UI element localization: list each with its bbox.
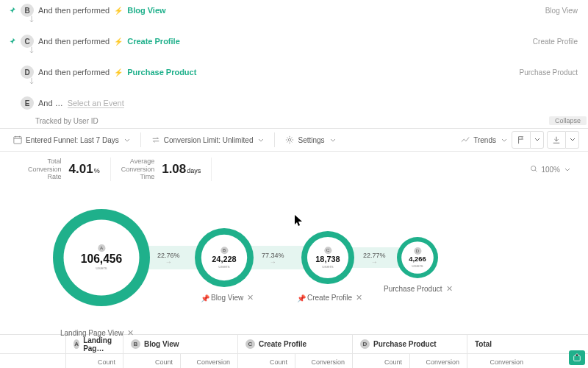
gear-icon <box>285 135 294 144</box>
node-inner: D4,266users <box>401 241 434 274</box>
step-prefix: And then performed <box>38 6 110 15</box>
close-icon[interactable]: ✕ <box>446 284 453 294</box>
step-event-blog[interactable]: Blog View <box>127 6 165 15</box>
chevron-down-icon <box>124 137 130 143</box>
arrow-right-icon: → <box>157 258 180 266</box>
stage-label: Landing Page View✕ <box>60 328 134 338</box>
step-right-label: Blog View <box>545 7 578 15</box>
trends-label: Trends <box>473 136 496 144</box>
close-icon[interactable]: ✕ <box>356 293 362 302</box>
close-icon[interactable]: ✕ <box>247 293 254 302</box>
node-sub: users <box>96 266 107 271</box>
settings-picker[interactable]: Settings <box>281 132 340 147</box>
conversion-limit-picker[interactable]: Conversion Limit: Unlimited <box>147 132 269 147</box>
svg-rect-3 <box>574 355 581 361</box>
funnel-table: ALanding Pag… BBlog View CCreate Profile… <box>0 334 588 368</box>
node-badge: A <box>98 244 105 252</box>
metric-conversion-time: AverageConversionTime 1.08days <box>111 158 212 180</box>
entered-label: Entered Funnel: Last 7 Days <box>26 136 119 144</box>
node-badge: B <box>220 247 228 254</box>
step-row-b[interactable]: B And then performed ⚡ Blog View Blog Vi… <box>9 0 578 21</box>
segment-label: 22.77%→ <box>363 252 386 266</box>
sub-count: Count <box>238 354 295 368</box>
help-badge[interactable] <box>569 350 585 365</box>
stage-name: Blog View <box>211 294 243 302</box>
trends-icon <box>461 135 470 144</box>
stage-label: 📌Blog View✕ <box>201 293 254 302</box>
node-value: 18,738 <box>315 255 340 263</box>
pin-icon: 📌 <box>201 294 207 301</box>
node-sub: users <box>322 263 333 269</box>
stage-label: 📌Create Profile✕ <box>297 293 362 302</box>
funnel-visualization: A106,456usersLanding Page View✕B24,228us… <box>0 187 588 334</box>
select-event-input[interactable]: Select an Event <box>68 99 124 108</box>
svg-rect-0 <box>14 137 21 144</box>
swap-icon <box>151 135 160 144</box>
download-dropdown[interactable] <box>566 131 579 149</box>
flag-button[interactable] <box>512 131 531 149</box>
collapse-button[interactable]: Collapse <box>549 116 587 125</box>
search-icon <box>530 165 538 174</box>
stage-label: Purchase Product✕ <box>384 284 453 294</box>
sub-count: Count <box>66 354 123 368</box>
step-badge-e: E <box>21 96 34 110</box>
sub-conv: Conversion <box>295 354 353 368</box>
metric-value: 1.08days <box>162 162 201 177</box>
svg-point-2 <box>531 166 536 170</box>
node-badge: D <box>414 247 421 255</box>
node-sub: users <box>218 263 229 269</box>
sub-conv: Conversion <box>410 354 467 368</box>
chevron-down-icon <box>564 166 570 172</box>
node-inner: B24,228users <box>201 235 247 280</box>
sub-count: Count <box>123 354 181 368</box>
funnel-node-a[interactable]: A106,456users <box>53 209 150 306</box>
chevron-down-icon <box>501 137 507 143</box>
node-sub: users <box>412 263 423 268</box>
step-prefix: And then performed <box>38 68 110 77</box>
step-row-d[interactable]: D And then performed ⚡ Purchase Product … <box>9 62 578 82</box>
step-event-purchase[interactable]: Purchase Product <box>127 68 196 77</box>
node-badge: C <box>324 247 331 254</box>
funnel-node-d[interactable]: D4,266users <box>397 237 438 278</box>
svg-point-1 <box>289 138 291 141</box>
pin-icon <box>9 38 16 45</box>
col-header-total: Total <box>467 335 531 353</box>
segment-label: 77.34%→ <box>262 252 284 266</box>
step-right-label: Create Profile <box>533 38 578 46</box>
col-header-c: CCreate Profile <box>238 335 353 353</box>
stage-name: Create Profile <box>307 294 352 302</box>
step-event-profile[interactable]: Create Profile <box>127 37 180 46</box>
close-icon[interactable]: ✕ <box>127 328 134 338</box>
tracked-by-row: Tracked by User ID Collapse <box>0 113 588 128</box>
node-value: 4,266 <box>409 255 426 263</box>
lightning-icon: ⚡ <box>114 38 123 46</box>
table-subheader-row: Count Count Conversion Count Conversion … <box>0 354 588 368</box>
node-value: 24,228 <box>212 255 236 263</box>
limit-label: Conversion Limit: Unlimited <box>164 136 254 144</box>
col-header-d: DPurchase Product <box>353 335 467 353</box>
node-inner: A106,456users <box>64 220 140 296</box>
zoom-control[interactable]: 100% <box>530 165 570 174</box>
flag-dropdown[interactable] <box>531 131 544 149</box>
step-right-label: Purchase Product <box>520 68 578 77</box>
metric-label: AverageConversionTime <box>121 158 155 180</box>
settings-label: Settings <box>298 136 324 144</box>
step-row-c[interactable]: C And then performed ⚡ Create Profile Cr… <box>9 31 578 52</box>
pin-placeholder <box>9 99 16 107</box>
chevron-down-icon <box>330 137 336 143</box>
funnel-node-c[interactable]: C18,738users <box>301 231 354 284</box>
funnel-node-b[interactable]: B24,228users <box>195 228 254 287</box>
stage-name: Landing Page View <box>60 329 123 337</box>
calendar-icon <box>13 135 22 144</box>
sub-conv: Conversion <box>181 354 238 368</box>
entered-funnel-picker[interactable]: Entered Funnel: Last 7 Days <box>9 132 135 147</box>
metrics-bar: TotalConversionRate 4.01% AverageConvers… <box>0 152 588 187</box>
step-row-e[interactable]: E And … Select an Event <box>9 93 578 113</box>
trends-button[interactable]: Trends <box>456 132 509 147</box>
download-button[interactable] <box>547 131 566 149</box>
chevron-down-icon <box>258 137 264 143</box>
pin-icon: 📌 <box>297 294 304 301</box>
arrow-right-icon: → <box>262 258 284 266</box>
arrow-right-icon: → <box>363 258 386 266</box>
funnel-steps: B And then performed ⚡ Blog View Blog Vi… <box>0 0 588 113</box>
